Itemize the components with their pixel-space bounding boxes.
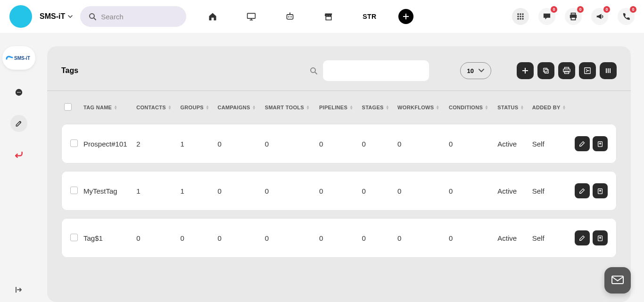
print-button[interactable]: 0	[565, 8, 582, 25]
panel-search-input[interactable]	[323, 60, 429, 81]
cell-conditions: 0	[446, 171, 495, 211]
col-added-by[interactable]: ADDED BY▲▼	[529, 98, 572, 116]
col-smart-tools[interactable]: SMART TOOLS▲▼	[262, 98, 316, 116]
chat-button[interactable]: 0	[538, 8, 555, 25]
toolbar-buttons	[517, 62, 617, 79]
col-campaigns[interactable]: CAMPAIGNS▲▼	[215, 98, 262, 116]
assign-row-button[interactable]	[593, 136, 608, 151]
chevron-down-icon	[68, 15, 73, 18]
row-checkbox[interactable]	[70, 234, 78, 241]
row-checkbox[interactable]	[70, 187, 78, 194]
cell-contacts: 0	[133, 218, 177, 258]
table-row: MyTestTag11000000ActiveSelf	[61, 171, 617, 211]
col-groups[interactable]: GROUPS▲▼	[178, 98, 215, 116]
svg-point-15	[522, 13, 524, 15]
home-icon[interactable]	[208, 12, 217, 21]
svg-point-28	[18, 92, 19, 93]
svg-point-19	[517, 18, 519, 20]
col-conditions[interactable]: CONDITIONS▲▼	[446, 98, 495, 116]
cell-added: Self	[529, 124, 572, 163]
svg-text:SMS-iT: SMS-iT	[14, 56, 30, 61]
cell-added: Self	[529, 218, 572, 258]
global-search-input[interactable]	[101, 13, 178, 21]
cell-smart: 0	[262, 218, 316, 258]
rail-return-icon[interactable]	[10, 146, 27, 163]
assign-row-button[interactable]	[593, 230, 608, 245]
announce-button[interactable]: 0	[591, 8, 608, 25]
cell-contacts: 2	[133, 124, 177, 163]
desktop-icon[interactable]	[247, 12, 256, 21]
cell-groups: 0	[178, 218, 215, 258]
panel-title: Tags	[61, 66, 78, 75]
select-all-checkbox[interactable]	[64, 103, 72, 111]
avatar[interactable]	[9, 5, 32, 28]
rail-logo[interactable]: SMS-iT	[2, 46, 35, 70]
svg-point-6	[289, 16, 289, 17]
svg-point-16	[517, 16, 519, 17]
cell-status: Active	[495, 124, 529, 163]
rail-expand-icon[interactable]	[15, 286, 23, 302]
svg-point-20	[520, 18, 521, 20]
cell-campaigns: 0	[215, 171, 262, 211]
row-checkbox[interactable]	[70, 139, 78, 147]
phone-badge: 0	[630, 6, 636, 13]
col-status[interactable]: STATUS▲▼	[495, 98, 529, 116]
col-contacts[interactable]: CONTACTS▲▼	[133, 98, 177, 116]
chevron-down-icon	[479, 69, 484, 73]
columns-button[interactable]	[600, 62, 617, 79]
top-bar: SMS-iT STR 0	[0, 0, 644, 33]
cell-campaigns: 0	[215, 124, 262, 163]
svg-point-27	[17, 92, 18, 93]
rail-edit-icon[interactable]	[10, 115, 27, 132]
cell-status: Active	[495, 171, 529, 211]
global-search[interactable]	[80, 6, 186, 27]
svg-point-13	[517, 13, 519, 15]
cell-conditions: 0	[446, 124, 495, 163]
assign-row-button[interactable]	[593, 183, 608, 198]
col-workflows[interactable]: WORKFLOWS▲▼	[395, 98, 446, 116]
export-button[interactable]	[579, 62, 596, 79]
edit-row-button[interactable]	[575, 136, 590, 151]
edit-row-button[interactable]	[575, 183, 590, 198]
top-right-actions: 0 0 0 0	[512, 8, 635, 25]
svg-rect-2	[248, 13, 256, 18]
svg-line-1	[94, 18, 96, 20]
page-size-select[interactable]: 10	[460, 62, 491, 79]
apps-button[interactable]	[512, 8, 529, 25]
svg-point-9	[289, 12, 290, 13]
col-pipelines[interactable]: PIPELINES▲▼	[316, 98, 359, 116]
announce-badge: 0	[603, 6, 610, 13]
cell-name: MyTestTag	[81, 171, 133, 211]
brand-name: SMS-iT	[40, 12, 65, 21]
col-tag-name[interactable]: TAG NAME▲▼	[81, 98, 133, 116]
table-row: Prospect#10121000000ActiveSelf	[61, 124, 617, 163]
cell-workflows: 0	[395, 171, 446, 211]
cell-name: Prospect#101	[81, 124, 133, 163]
add-button[interactable]	[398, 9, 413, 24]
cell-conditions: 0	[446, 218, 495, 258]
brand-dropdown[interactable]: SMS-iT	[40, 12, 73, 21]
cell-added: Self	[529, 171, 572, 211]
add-tag-button[interactable]	[517, 62, 534, 79]
print-badge: 0	[577, 6, 584, 13]
robot-icon[interactable]	[285, 12, 295, 21]
svg-line-32	[315, 72, 317, 74]
left-rail: SMS-iT	[0, 33, 38, 302]
cell-smart: 0	[262, 124, 316, 163]
cell-groups: 1	[178, 171, 215, 211]
rail-chat-icon[interactable]	[10, 84, 27, 101]
cell-stages: 0	[359, 171, 395, 211]
main-panel: Tags 10	[47, 46, 631, 302]
help-fab[interactable]	[604, 267, 631, 294]
svg-point-7	[290, 16, 291, 17]
str-label[interactable]: STR	[363, 13, 377, 20]
store-icon[interactable]	[324, 12, 333, 21]
copy-button[interactable]	[537, 62, 554, 79]
edit-row-button[interactable]	[575, 230, 590, 245]
cell-pipelines: 0	[316, 171, 359, 211]
row-actions	[575, 136, 608, 151]
print-button[interactable]	[558, 62, 575, 79]
phone-button[interactable]: 0	[618, 8, 635, 25]
col-stages[interactable]: STAGES▲▼	[359, 98, 395, 116]
cell-pipelines: 0	[316, 124, 359, 163]
